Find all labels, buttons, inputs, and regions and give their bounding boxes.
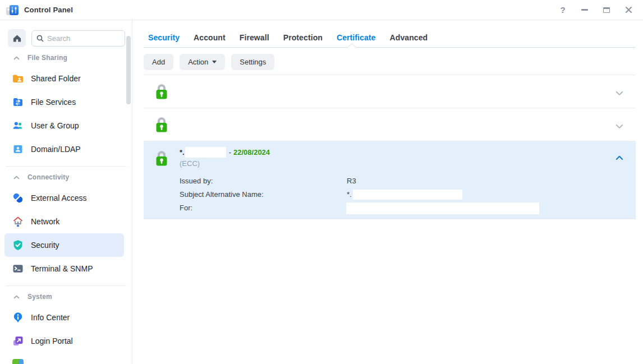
help-icon[interactable]: ? (558, 6, 567, 15)
regional-options-icon (12, 359, 24, 364)
section-header-file-sharing[interactable]: File Sharing (0, 52, 132, 63)
sidebar-scrollbar[interactable] (126, 36, 131, 104)
sidebar-item-info-center[interactable]: Info Center (4, 306, 124, 329)
sidebar-item-label: Shared Folder (31, 74, 81, 83)
tab-protection[interactable]: Protection (283, 33, 323, 42)
user-group-icon (12, 120, 24, 131)
security-shield-icon (12, 239, 24, 251)
search-field[interactable] (47, 34, 120, 43)
minimize-icon[interactable] (580, 6, 589, 15)
control-panel-app-icon (6, 4, 19, 16)
sidebar-item-label: External Access (31, 193, 87, 202)
certificate-details: Issued by: R3 Subject Alternative Name: … (180, 177, 539, 217)
sidebar-item-terminal-snmp[interactable]: Terminal & SNMP (4, 257, 124, 280)
settings-button[interactable]: Settings (231, 54, 274, 70)
detail-row-san: Subject Alternative Name: *. (180, 190, 539, 204)
redacted-san (353, 190, 462, 200)
search-icon (36, 34, 44, 43)
chevron-down-icon[interactable] (616, 89, 623, 98)
tab-certificate[interactable]: Certificate (337, 33, 376, 42)
san-value: *. (347, 190, 462, 200)
tab-firewall[interactable]: Firewall (240, 33, 269, 42)
redacted-domain (185, 147, 226, 158)
login-portal-icon (12, 335, 24, 347)
certificate-row-3-expanded[interactable]: *. - 22/08/2024 (ECC) Issued by: R3 Subj… (144, 141, 636, 219)
maximize-icon[interactable] (602, 6, 611, 15)
chevron-up-icon (13, 176, 20, 179)
certificate-title: *. - 22/08/2024 (180, 147, 270, 158)
external-access-icon (12, 192, 24, 204)
sidebar-item-login-portal[interactable]: Login Portal (4, 329, 124, 353)
main-panel: Security Account Firewall Protection Cer… (133, 20, 643, 364)
sidebar-item-file-services[interactable]: File Services (4, 90, 124, 114)
section-header-connectivity[interactable]: Connectivity (0, 172, 132, 183)
sidebar: File Sharing Shared Folder (0, 20, 132, 364)
sidebar-divider (6, 285, 126, 286)
certificate-expiry-date: 22/08/2024 (233, 148, 270, 156)
sidebar-item-label: Login Portal (31, 337, 73, 345)
sidebar-item-user-group[interactable]: User & Group (4, 114, 124, 137)
sidebar-item-cutoff[interactable] (4, 353, 124, 364)
chevron-up-icon (13, 56, 20, 60)
window-controls: ? (558, 6, 633, 15)
tab-security[interactable]: Security (148, 33, 180, 42)
search-input[interactable] (31, 30, 125, 47)
toolbar: Add Action Settings (133, 47, 643, 70)
tab-account[interactable]: Account (194, 33, 226, 42)
lock-icon (155, 150, 168, 169)
shared-folder-icon (12, 73, 24, 84)
sidebar-item-domain-ldap[interactable]: Domain/LDAP (4, 137, 124, 161)
tab-bar: Security Account Firewall Protection Cer… (133, 20, 643, 47)
section-header-system[interactable]: System (0, 291, 132, 302)
sidebar-nav: File Sharing Shared Folder (0, 52, 132, 364)
network-icon (12, 216, 24, 227)
certificate-row-1[interactable] (144, 75, 636, 108)
issued-by-value: R3 (347, 177, 356, 185)
certificate-row-2[interactable] (144, 108, 636, 141)
close-icon[interactable] (624, 6, 633, 15)
control-panel-window: Control Panel ? (0, 0, 643, 364)
caret-down-icon (212, 61, 217, 63)
sidebar-item-label: File Services (31, 98, 76, 107)
file-services-icon (12, 96, 24, 108)
certificate-key-type: (ECC) (180, 159, 200, 168)
sidebar-item-label: User & Group (31, 121, 79, 130)
lock-icon (155, 116, 168, 135)
home-button[interactable] (8, 29, 26, 47)
chevron-down-icon[interactable] (616, 122, 623, 131)
sidebar-item-label: Domain/LDAP (31, 145, 81, 154)
home-icon (12, 34, 22, 43)
detail-row-for: For: (180, 204, 539, 217)
domain-ldap-icon (12, 144, 24, 155)
redacted-for (346, 202, 539, 214)
detail-row-issued-by: Issued by: R3 (180, 177, 539, 190)
info-center-icon (12, 312, 24, 323)
sidebar-item-shared-folder[interactable]: Shared Folder (4, 67, 124, 90)
add-button[interactable]: Add (144, 54, 173, 70)
sidebar-item-label: Network (31, 217, 59, 226)
titlebar: Control Panel ? (0, 0, 643, 20)
active-tab-notch (347, 43, 356, 48)
tab-underline (144, 47, 636, 48)
sidebar-divider (6, 166, 126, 167)
chevron-up-icon (13, 295, 20, 299)
lock-icon (155, 83, 168, 102)
action-dropdown-button[interactable]: Action (180, 54, 225, 70)
window-title: Control Panel (24, 6, 73, 14)
terminal-icon (12, 263, 24, 274)
sidebar-item-security[interactable]: Security (4, 233, 124, 257)
for-value (347, 204, 539, 214)
sidebar-item-label: Info Center (31, 313, 70, 322)
certificate-list: *. - 22/08/2024 (ECC) Issued by: R3 Subj… (144, 75, 636, 219)
sidebar-item-external-access[interactable]: External Access (4, 186, 124, 210)
sidebar-item-label: Security (31, 241, 59, 250)
tab-advanced[interactable]: Advanced (390, 33, 428, 42)
chevron-up-icon[interactable] (616, 154, 623, 162)
sidebar-item-label: Terminal & SNMP (31, 264, 93, 273)
sidebar-item-network[interactable]: Network (4, 210, 124, 233)
